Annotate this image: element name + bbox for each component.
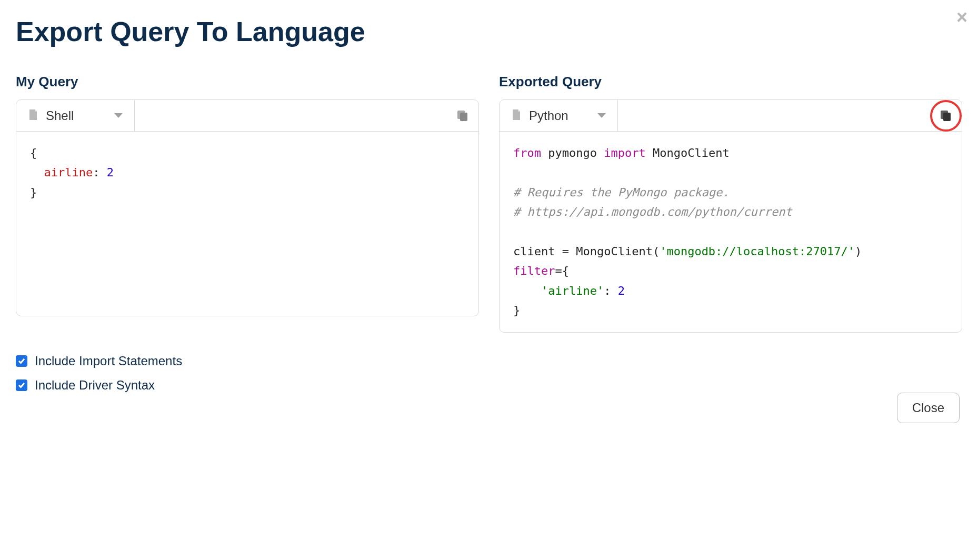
code-comment: # https://api.mongodb.com/python/current bbox=[513, 205, 792, 218]
source-code-area[interactable]: { airline: 2 } bbox=[16, 132, 478, 316]
include-driver-row: Include Driver Syntax bbox=[16, 378, 962, 393]
code-colon: : bbox=[93, 166, 107, 179]
code-mod: pymongo bbox=[541, 146, 604, 159]
my-query-header: Shell bbox=[16, 100, 478, 132]
copy-icon bbox=[456, 109, 470, 123]
code-number: 2 bbox=[618, 284, 625, 297]
code-value: 2 bbox=[107, 166, 114, 179]
my-query-box: Shell { airline: 2 } bbox=[16, 99, 479, 316]
code-name: MongoClient bbox=[646, 146, 730, 159]
exported-code-area[interactable]: from pymongo import MongoClient # Requir… bbox=[500, 132, 962, 332]
target-language-selector[interactable]: Python bbox=[500, 100, 618, 131]
code-colon: : bbox=[604, 284, 618, 297]
dialog-title: Export Query To Language bbox=[16, 16, 962, 47]
source-language-label: Shell bbox=[46, 108, 107, 123]
exported-query-header: Python bbox=[500, 100, 962, 132]
source-language-selector[interactable]: Shell bbox=[16, 100, 135, 131]
code-builtin: filter bbox=[513, 264, 555, 277]
code-comment: # Requires the PyMongo package. bbox=[513, 186, 730, 199]
code-key: airline bbox=[44, 166, 93, 179]
my-query-title: My Query bbox=[16, 74, 479, 90]
svg-rect-1 bbox=[460, 113, 467, 121]
code-brace-close: } bbox=[513, 304, 520, 317]
svg-rect-2 bbox=[941, 111, 948, 119]
code-string: 'airline' bbox=[541, 284, 604, 297]
code-brace-open: { bbox=[30, 146, 37, 159]
panels-container: My Query Shell bbox=[16, 74, 962, 333]
export-options: Include Import Statements Include Driver… bbox=[16, 354, 962, 393]
header-spacer bbox=[135, 100, 447, 131]
code-text: client = MongoClient( bbox=[513, 245, 660, 258]
file-icon bbox=[28, 108, 38, 123]
code-text: ={ bbox=[555, 264, 569, 277]
svg-rect-3 bbox=[943, 113, 951, 121]
exported-query-box: Python from pymongo import MongoClient #… bbox=[499, 99, 962, 333]
code-indent bbox=[513, 284, 541, 297]
copy-exported-button[interactable] bbox=[930, 100, 962, 131]
code-brace-close: } bbox=[30, 186, 37, 199]
copy-source-button[interactable] bbox=[447, 100, 478, 131]
exported-query-panel: Exported Query Python bbox=[499, 74, 962, 333]
include-imports-row: Include Import Statements bbox=[16, 354, 962, 368]
close-icon[interactable]: × bbox=[956, 8, 967, 27]
chevron-down-icon bbox=[597, 113, 606, 118]
target-language-label: Python bbox=[529, 108, 590, 123]
close-button[interactable]: Close bbox=[897, 393, 960, 423]
copy-icon bbox=[939, 109, 953, 123]
include-imports-checkbox[interactable] bbox=[16, 355, 27, 367]
chevron-down-icon bbox=[114, 113, 123, 118]
header-spacer bbox=[618, 100, 930, 131]
file-icon bbox=[511, 108, 522, 123]
exported-query-title: Exported Query bbox=[499, 74, 962, 90]
code-kw-from: from bbox=[513, 146, 541, 159]
code-text: ) bbox=[855, 245, 862, 258]
include-imports-label[interactable]: Include Import Statements bbox=[35, 354, 182, 368]
include-driver-label[interactable]: Include Driver Syntax bbox=[35, 378, 155, 393]
include-driver-checkbox[interactable] bbox=[16, 379, 27, 391]
code-kw-import: import bbox=[604, 146, 645, 159]
my-query-panel: My Query Shell bbox=[16, 74, 479, 333]
code-string: 'mongodb://localhost:27017/' bbox=[660, 245, 855, 258]
